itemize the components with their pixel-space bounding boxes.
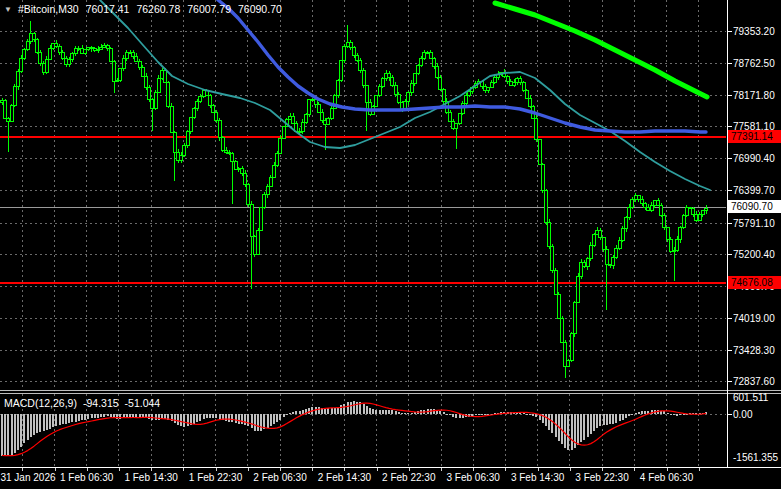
macd-bar (459, 414, 461, 418)
candle-body (599, 230, 602, 237)
candle-body (148, 88, 151, 100)
candle-body (618, 240, 621, 248)
macd-bar (295, 411, 297, 414)
candle-body (375, 96, 378, 106)
candle-body (679, 228, 682, 240)
macd-bar (449, 414, 451, 415)
candle-body (436, 66, 439, 77)
candle-body (23, 49, 26, 58)
candle-body (378, 86, 381, 96)
candle-body (125, 52, 128, 58)
candle-body (321, 112, 324, 120)
candle-body (298, 131, 301, 132)
candle-body (199, 96, 202, 101)
macd-bar (14, 414, 16, 453)
candle-body (609, 264, 612, 265)
candle-body (388, 73, 391, 78)
candle-body (685, 208, 688, 216)
candle-body (394, 86, 397, 95)
candle-body (241, 169, 244, 173)
macd-bar (599, 414, 601, 426)
candle-body (173, 132, 176, 152)
candle-body (106, 45, 109, 48)
candle-body (554, 270, 557, 294)
macd-bar (241, 414, 243, 424)
candle-body (605, 250, 608, 265)
macd-bar (148, 414, 150, 419)
macd-bar (17, 414, 19, 450)
candle-body (269, 177, 272, 186)
macd-bar (46, 414, 48, 430)
candle-body (263, 195, 266, 208)
candle-body (647, 208, 650, 211)
macd-bar (292, 412, 294, 414)
macd-bar (129, 414, 131, 417)
macd-bar (81, 414, 83, 420)
macd-bar (475, 414, 477, 415)
macd-bar (673, 414, 675, 415)
macd-bar (593, 414, 595, 431)
candle-body (250, 204, 253, 236)
macd-bar (532, 414, 534, 416)
macd-bar (407, 413, 409, 414)
candle-body (103, 45, 106, 47)
macd-bar (283, 414, 285, 417)
candle-body (682, 216, 685, 228)
candle-body (29, 33, 32, 41)
macd-bar (334, 408, 336, 414)
candle-body (324, 120, 327, 124)
candle-body (698, 215, 701, 221)
candle-body (564, 342, 567, 366)
candle-body (161, 70, 164, 78)
candle-body (164, 70, 167, 82)
macd-bar (366, 406, 368, 414)
candle-body (87, 48, 90, 50)
candle-body (420, 59, 423, 65)
chevron-down-icon[interactable]: ▼ (4, 5, 12, 14)
candle-body (570, 334, 573, 361)
macd-bar (395, 411, 397, 414)
candle-body (493, 77, 496, 82)
macd-bar (78, 414, 80, 421)
macd-bar (55, 414, 57, 426)
candle-body (292, 116, 295, 123)
candle-body (458, 113, 461, 123)
macd-bar (596, 414, 598, 428)
candle-body (586, 258, 589, 267)
candle-body (701, 211, 704, 215)
macd-bar (414, 412, 416, 414)
chart-window: 79353.2078762.5078171.8077581.1076990.40… (0, 0, 781, 489)
macd-main-value: -94.315 (83, 397, 119, 409)
macd-bar (273, 414, 275, 424)
chart-canvas[interactable] (0, 0, 781, 489)
macd-bar (7, 414, 9, 456)
macd-bar (625, 414, 627, 418)
candle-body (282, 127, 285, 139)
macd-bar (199, 414, 201, 421)
candle-body (637, 196, 640, 200)
candle-body (234, 162, 237, 169)
candle-body (580, 262, 583, 276)
candle-body (305, 114, 308, 123)
candle-body (186, 131, 189, 145)
candle-body (228, 153, 231, 154)
candle-body (666, 228, 669, 240)
macd-bar (635, 413, 637, 414)
candle-body (202, 91, 205, 97)
candle-body (145, 76, 148, 87)
candle-body (183, 145, 186, 155)
macd-bar (279, 414, 281, 420)
macd-bar (318, 407, 320, 414)
candle-body (301, 123, 304, 131)
candle-body (237, 169, 240, 170)
macd-bar (97, 414, 99, 418)
macd-bar (622, 414, 624, 420)
macd-bar (174, 414, 176, 423)
candle-body (167, 82, 170, 106)
candle-body (209, 95, 212, 105)
candle-body (548, 222, 551, 246)
macd-bar (638, 412, 640, 414)
candle-body (695, 214, 698, 220)
macd-bar (30, 414, 32, 437)
macd-bar (49, 414, 51, 429)
